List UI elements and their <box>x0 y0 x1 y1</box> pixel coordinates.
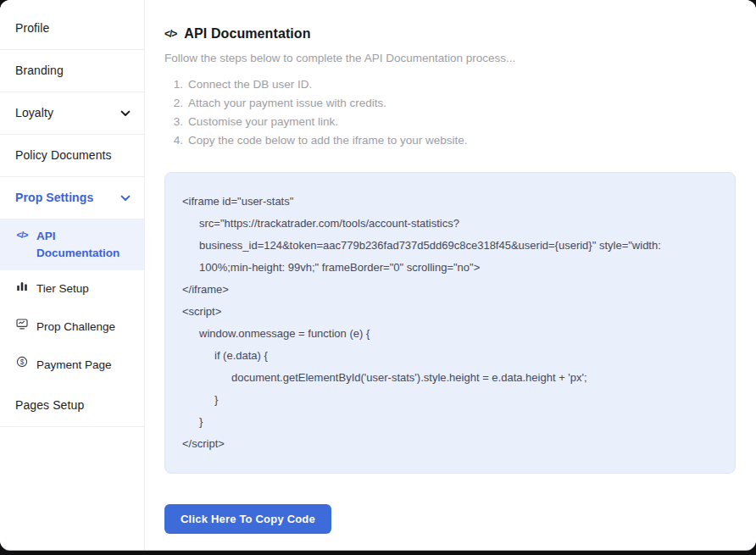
sidebar-item-payment-page[interactable]: $Payment Page <box>0 347 144 385</box>
code-line: document.getElementById('user-stats').st… <box>182 367 718 389</box>
app-card: ProfileBrandingLoyaltyPolicy DocumentsPr… <box>0 0 756 550</box>
step-item: 2.Attach your payment issue with credits… <box>164 94 736 113</box>
bar-chart-icon <box>15 280 29 291</box>
sidebar-item-prop-settings[interactable]: Prop Settings <box>0 177 144 219</box>
monitor-icon <box>15 318 29 330</box>
code-line: </iframe> <box>182 279 718 301</box>
sidebar-item-label: Loyalty <box>15 104 53 122</box>
sidebar-item-label: Prop Challenge <box>36 319 115 336</box>
code-line: src="https://trackatrader.com/tools/acco… <box>182 213 718 235</box>
code-icon: </> <box>164 28 176 40</box>
steps-list: 1.Connect the DB user ID.2.Attach your p… <box>164 75 736 150</box>
sidebar-item-label: Pages Setup <box>15 397 84 414</box>
step-item: 4.Copy the code below to add the iframe … <box>164 131 736 150</box>
step-text: Connect the DB user ID. <box>188 75 312 94</box>
dollar-icon: $ <box>15 356 29 368</box>
subtitle: Follow the steps below to complete the A… <box>164 52 736 64</box>
sidebar-item-label: API Documentation <box>36 228 134 263</box>
sidebar-item-label: Policy Documents <box>15 147 112 164</box>
step-text: Copy the code below to add the iframe to… <box>188 131 467 150</box>
page-title: API Documentation <box>184 26 310 42</box>
step-number: 2. <box>164 94 183 113</box>
sidebar-item-label: Tier Setup <box>36 280 89 297</box>
main-content: </> API Documentation Follow the steps b… <box>145 0 756 550</box>
copy-code-button[interactable]: Click Here To Copy Code <box>164 504 331 534</box>
chevron-down-icon <box>120 110 131 117</box>
code-line: window.onmessage = function (e) { <box>182 323 718 345</box>
chevron-down-icon <box>120 195 131 202</box>
sidebar-item-api-documentation[interactable]: </>API Documentation <box>0 219 144 270</box>
step-number: 3. <box>164 113 183 131</box>
code-line: } <box>182 411 718 433</box>
sidebar-item-pages-setup[interactable]: Pages Setup <box>0 385 144 427</box>
code-icon: </> <box>15 230 29 240</box>
sidebar-item-label: Branding <box>15 62 64 80</box>
step-number: 4. <box>164 131 183 150</box>
content-header: </> API Documentation <box>164 26 736 42</box>
code-line: } <box>182 389 718 411</box>
sidebar-item-policy-documents[interactable]: Policy Documents <box>0 135 144 177</box>
code-block: <iframe id="user-stats"src="https://trac… <box>164 172 736 474</box>
sidebar-item-label: Payment Page <box>36 357 112 374</box>
sidebar-item-branding[interactable]: Branding <box>0 50 144 92</box>
code-line: if (e.data) { <box>182 345 718 367</box>
sidebar: ProfileBrandingLoyaltyPolicy DocumentsPr… <box>0 0 145 550</box>
code-line: <script> <box>182 301 718 323</box>
code-line: 100%;min-height: 99vh;" frameBorder="0" … <box>182 257 718 279</box>
step-text: Customise your payment link. <box>188 113 338 131</box>
sidebar-item-loyalty[interactable]: Loyalty <box>0 92 144 135</box>
sidebar-item-label: Prop Settings <box>15 189 93 207</box>
code-line: </script> <box>182 433 718 455</box>
step-item: 3.Customise your payment link. <box>164 113 736 131</box>
sidebar-item-prop-challenge[interactable]: Prop Challenge <box>0 308 144 347</box>
code-line: <iframe id="user-stats" <box>182 191 718 213</box>
svg-text:$: $ <box>20 358 25 366</box>
step-item: 1.Connect the DB user ID. <box>164 75 736 94</box>
sidebar-item-profile[interactable]: Profile <box>0 8 144 50</box>
sidebar-item-label: Profile <box>15 19 49 37</box>
code-line: business_id=124&token=aac779b236fad737d5… <box>182 235 718 257</box>
step-text: Attach your payment issue with credits. <box>188 94 386 113</box>
sidebar-item-tier-setup[interactable]: Tier Setup <box>0 270 144 308</box>
step-number: 1. <box>164 75 183 94</box>
